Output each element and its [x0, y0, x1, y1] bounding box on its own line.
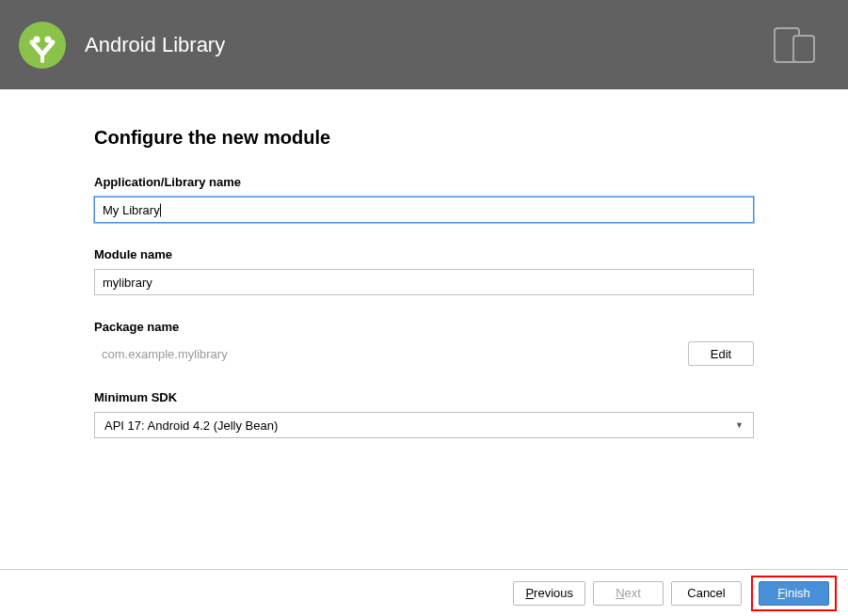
package-name-field-group: Package name com.example.mylibrary Edit [94, 320, 754, 366]
android-studio-logo-icon [19, 22, 66, 69]
module-name-field-group: Module name [94, 247, 754, 295]
previous-label-rest: revious [534, 586, 573, 600]
module-name-input[interactable] [94, 269, 754, 295]
svg-rect-5 [793, 36, 814, 62]
header-left: Android Library [19, 22, 225, 69]
min-sdk-value: API 17: Android 4.2 (Jelly Bean) [104, 419, 278, 433]
next-label-rest: ext [625, 586, 641, 600]
module-name-label: Module name [94, 247, 754, 261]
devices-icon [773, 26, 818, 64]
svg-point-1 [34, 36, 40, 42]
header-title: Android Library [85, 33, 225, 57]
min-sdk-label: Minimum SDK [94, 390, 754, 404]
package-name-value: com.example.mylibrary [94, 343, 679, 365]
chevron-down-icon: ▼ [735, 420, 744, 430]
library-name-input-wrap: My Library [94, 197, 754, 223]
wizard-header: Android Library [0, 0, 848, 89]
edit-package-button[interactable]: Edit [688, 341, 754, 366]
previous-button[interactable]: Previous [513, 581, 585, 606]
wizard-footer: Previous Next Cancel Finish [0, 569, 848, 616]
package-row: com.example.mylibrary Edit [94, 341, 754, 366]
library-name-field-group: Application/Library name My Library [94, 175, 754, 223]
finish-button[interactable]: Finish [759, 581, 829, 606]
finish-highlight-box: Finish [751, 576, 837, 611]
package-name-label: Package name [94, 320, 754, 334]
library-name-input[interactable] [94, 197, 754, 223]
cancel-button[interactable]: Cancel [671, 581, 742, 606]
wizard-content: Configure the new module Application/Lib… [0, 89, 848, 438]
library-name-label: Application/Library name [94, 175, 754, 189]
min-sdk-field-group: Minimum SDK API 17: Android 4.2 (Jelly B… [94, 390, 754, 438]
finish-label-rest: inish [785, 586, 810, 600]
svg-point-2 [45, 36, 52, 42]
next-button: Next [593, 581, 664, 606]
min-sdk-dropdown[interactable]: API 17: Android 4.2 (Jelly Bean) ▼ [94, 412, 754, 438]
section-title: Configure the new module [94, 127, 754, 149]
